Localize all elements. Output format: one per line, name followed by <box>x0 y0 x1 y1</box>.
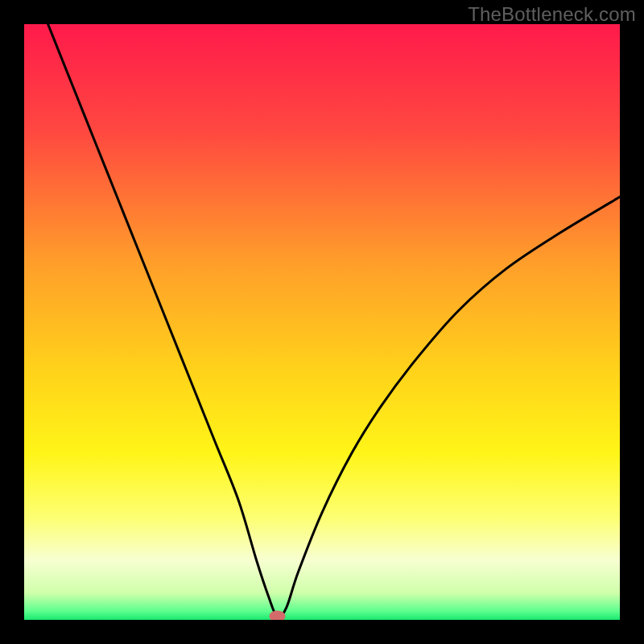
bottleneck-chart <box>24 24 620 620</box>
plot-area <box>24 24 620 620</box>
chart-frame: TheBottleneck.com <box>0 0 644 644</box>
watermark-text: TheBottleneck.com <box>468 3 636 26</box>
gradient-background <box>24 24 620 620</box>
